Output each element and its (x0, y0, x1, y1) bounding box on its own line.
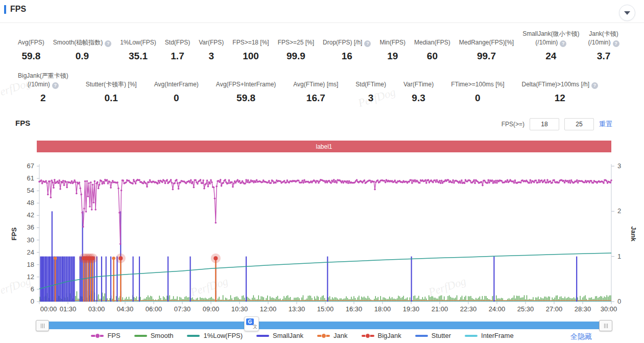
stat-value: 3 (355, 93, 386, 104)
legend-item-fps[interactable]: FPS (91, 332, 120, 339)
stat-value: 16.7 (293, 93, 338, 104)
fps-threshold-label: FPS(>=) (502, 121, 524, 128)
stat-value: 0 (451, 93, 504, 104)
stat-value: 0.9 (53, 51, 111, 62)
stat-avg-ftime: Avg(FTime) [ms]16.7 (293, 80, 338, 104)
svg-text:54: 54 (27, 187, 34, 194)
svg-text:21:00: 21:00 (432, 305, 448, 313)
stat-label: Std(FTime) (355, 80, 386, 89)
help-icon[interactable]: ? (591, 82, 598, 89)
stat-value: 3 (199, 51, 224, 62)
legend-marker (415, 335, 428, 337)
stat-value: 100 (232, 51, 269, 62)
stat-label: Var(FPS) (199, 38, 224, 47)
svg-text:0: 0 (31, 298, 34, 305)
legend-item-jank[interactable]: Jank (317, 332, 347, 339)
stat-label: Avg(FPS+InterFrame) (216, 80, 276, 89)
stat-label: BigJank(严重卡顿)(/10min)? (18, 72, 68, 89)
stat-label: Stutter(卡顿率) [%] (86, 80, 137, 89)
legend-marker-dot (95, 333, 100, 338)
help-icon[interactable]: ? (613, 40, 619, 47)
svg-text:3: 3 (617, 162, 621, 170)
stat-fps-ge-25: FPS>=25 [%]99.9 (278, 38, 314, 62)
stat-ftime-ge-100ms: FTime>=100ms [%]0 (451, 80, 504, 104)
legend-item-interframe[interactable]: InterFrame (465, 332, 514, 339)
stat-value: 9.3 (403, 93, 434, 104)
help-icon[interactable]: ? (560, 40, 566, 47)
reset-link[interactable]: 重置 (599, 120, 612, 129)
stat-value: 35.1 (120, 51, 156, 62)
svg-text:07:30: 07:30 (174, 305, 191, 313)
svg-text:Jank: Jank (630, 226, 637, 242)
hide-all-link[interactable]: 全隐藏 (570, 332, 592, 341)
svg-text:15:00: 15:00 (317, 305, 334, 313)
svg-text:48: 48 (27, 199, 34, 207)
svg-text:67: 67 (27, 162, 34, 170)
svg-text:19:30: 19:30 (403, 305, 420, 313)
stat-label: Std(FPS) (165, 38, 190, 47)
stat-value: 60 (414, 51, 450, 62)
svg-text:13:30: 13:30 (289, 305, 305, 313)
stat-label: FPS>=18 [%] (232, 38, 269, 47)
svg-text:00:00: 00:00 (40, 305, 57, 313)
legend-marker-dot (365, 333, 370, 338)
chart-zoom-scrollbar[interactable] (37, 322, 611, 329)
svg-text:30: 30 (27, 236, 34, 244)
fps-line-chart[interactable]: 0612182430364248546167012300:0001:3003:0… (0, 157, 644, 317)
stat-fps-ge-18: FPS>=18 [%]100 (232, 38, 269, 62)
fps-threshold-input-1[interactable] (530, 118, 559, 130)
svg-text:1: 1 (617, 253, 621, 260)
svg-text:06:00: 06:00 (146, 305, 162, 313)
legend-item-bigjank[interactable]: BigJank (362, 332, 401, 339)
legend-marker (317, 335, 330, 337)
zoom-handle-left[interactable] (36, 320, 49, 331)
help-icon[interactable]: ? (105, 40, 111, 47)
legend-item-stutter[interactable]: Stutter (415, 332, 451, 339)
google-translate-icon[interactable]: G 文 (244, 316, 259, 331)
fps-threshold-input-2[interactable] (564, 118, 594, 130)
stat-label: SmallJank(微小卡顿)(/10min)? (522, 30, 579, 47)
stat-value: 99.7 (459, 51, 514, 62)
chart-legend: FPSSmooth1%Low(FPS)SmallJankJankBigJankS… (37, 332, 568, 339)
stat-label: MedRange(FPS)[%] (459, 38, 514, 47)
help-icon[interactable]: ? (364, 40, 371, 47)
annotation-label-bar: label1 (37, 141, 611, 152)
stat-label: Drop(FPS) [/h]? (323, 38, 371, 47)
page-title: FPS (10, 5, 26, 14)
stat-value: 24 (522, 51, 579, 62)
stat-value: 99.9 (278, 51, 314, 62)
svg-text:2: 2 (617, 207, 621, 215)
help-icon[interactable]: ? (52, 82, 59, 89)
legend-item-1-low-fps-[interactable]: 1%Low(FPS) (187, 332, 243, 339)
collapse-section-button[interactable] (619, 5, 635, 21)
legend-marker (465, 335, 478, 337)
fps-threshold-filter: FPS(>=) 重置 (502, 118, 612, 130)
legend-item-smooth[interactable]: Smooth (134, 332, 174, 339)
legend-item-smalljank[interactable]: SmallJank (256, 332, 303, 339)
svg-text:24: 24 (27, 248, 34, 256)
svg-text:22:30: 22:30 (460, 305, 477, 313)
stat-median-fps: Median(FPS)60 (414, 38, 450, 62)
stat-label: Median(FPS) (414, 38, 450, 47)
stat-value: 59.8 (18, 51, 44, 62)
stat-stutter: Stutter(卡顿率) [%]0.1 (86, 80, 137, 104)
stat-label: Var(FTime) (403, 80, 434, 89)
svg-text:03:00: 03:00 (88, 305, 105, 313)
zoom-handle-right[interactable] (599, 320, 612, 331)
stat-min-fps: Min(FPS)19 (379, 38, 406, 62)
fps-report-page: FPS Avg(FPS)59.8Smooth(稳帧指数)?0.91%Low(FP… (0, 0, 644, 343)
stats-row-2: BigJank(严重卡顿)(/10min)?2Stutter(卡顿率) [%]0… (18, 72, 639, 104)
svg-text:12:00: 12:00 (260, 305, 277, 313)
stat-value: 19 (379, 51, 406, 62)
header-accent-bar (4, 5, 6, 14)
stat-label: Smooth(稳帧指数)? (53, 38, 111, 47)
svg-text:16:30: 16:30 (346, 305, 363, 313)
stat-drop-fps: Drop(FPS) [/h]?16 (323, 38, 371, 62)
svg-text:61: 61 (27, 174, 34, 182)
svg-text:27:00: 27:00 (546, 305, 563, 313)
stat-value: 0.1 (86, 93, 137, 104)
legend-label: Stutter (432, 332, 451, 339)
stat-value: 1.7 (165, 51, 190, 62)
stat-var-ftime: Var(FTime)9.3 (403, 80, 434, 104)
legend-marker-dot (321, 333, 326, 338)
